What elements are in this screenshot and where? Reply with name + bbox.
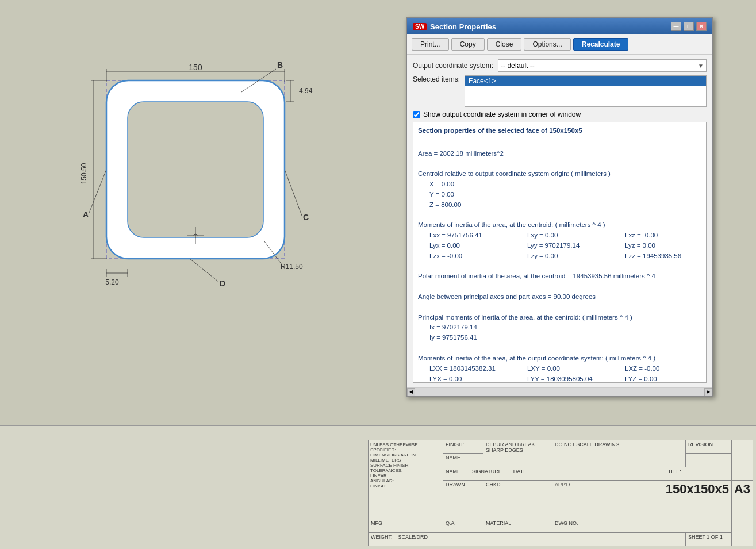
output-moments-heading: Moments of inertia of the area, at the o…	[418, 354, 701, 364]
svg-text:4.94: 4.94	[299, 87, 313, 95]
lyy: Lyy = 9702179.14	[527, 241, 619, 251]
horizontal-scrollbar[interactable]: ◀ ▶	[407, 387, 712, 396]
chkd-cell: CHKD	[483, 481, 552, 519]
lyx: Lyx = 0.00	[429, 241, 521, 251]
material-cell: MATERIAL:	[483, 519, 552, 532]
selected-items-box[interactable]: Face<1>	[465, 75, 707, 107]
qa-cell: Q.A	[443, 519, 483, 532]
dropdown-arrow-icon: ▼	[698, 63, 704, 69]
options-button[interactable]: Options...	[524, 38, 570, 51]
svg-line-27	[190, 259, 218, 282]
section-heading: Section properties of the selected face …	[418, 126, 701, 136]
qa: Q.A	[446, 520, 481, 526]
selected-items-row: Selected items: Face<1>	[413, 75, 707, 107]
appvd: APP'D	[555, 482, 661, 487]
output-moments-rows: LXX = 1803145382.31 LXY = 0.00 LXZ = -0.…	[429, 364, 701, 383]
coordinate-dropdown[interactable]: -- default -- ▼	[498, 59, 707, 72]
polar-moment: Polar moment of inertia of the area, at …	[418, 271, 701, 282]
dialog-title: Section Properties	[430, 22, 496, 31]
lxz-out: LXZ = -0.00	[625, 364, 707, 374]
debur-cell: DEBUR AND BREAK SHARP EDGES	[483, 440, 552, 467]
dialog-body: Output coordinate system: -- default -- …	[407, 55, 712, 387]
lyz: Lyz = 0.00	[625, 241, 707, 251]
sig-header: SIGNATURE	[472, 469, 502, 474]
centroid-heading: Centroid relative to output coordinate s…	[418, 169, 701, 179]
title-table: UNLESS OTHERWISE SPECIFIED: DIMENSIONS A…	[368, 440, 753, 546]
signature-header-cell: NAME SIGNATURE DATE	[443, 467, 663, 480]
finish-cell: FINISH:	[443, 440, 483, 454]
show-coordinate-label: Show output coordinate system in corner …	[423, 110, 581, 118]
surface-finish: SURFACE FINISH:	[370, 463, 441, 468]
close-button[interactable]: ✕	[696, 22, 707, 31]
svg-text:150.50: 150.50	[80, 163, 88, 184]
chkd: CHKD	[486, 482, 550, 487]
show-coordinate-row: Show output coordinate system in corner …	[413, 110, 707, 118]
svg-text:C: C	[303, 213, 309, 222]
rev-empty	[685, 454, 731, 467]
iy: Iy = 9751756.41	[429, 333, 701, 343]
moments-heading: Moments of inertia of the area, at the c…	[418, 220, 701, 231]
close-dialog-button[interactable]: Close	[487, 38, 522, 51]
sw-icon: SW	[413, 23, 427, 30]
dimensions-note: DIMENSIONS ARE IN MILLIMETERS	[370, 452, 441, 463]
lzy: Lzy = 0.00	[527, 251, 619, 262]
svg-rect-2	[128, 102, 263, 237]
scroll-track[interactable]	[415, 388, 704, 396]
weight-scale-cell: WEIGHT: SCALE/DRD	[369, 532, 552, 546]
centroid-x: X = 0.00	[429, 179, 701, 190]
sheet-label: SHEET 1 OF 1	[688, 534, 729, 540]
selected-items-label: Selected items:	[413, 75, 460, 83]
principal-heading: Principal moments of inertia of the area…	[418, 313, 701, 323]
centroid-z: Z = 800.00	[429, 200, 701, 210]
svg-text:R11.50: R11.50	[281, 263, 303, 271]
area-value: Area = 2802.18 millimeters^2	[418, 149, 701, 159]
drawn: DRAWN	[446, 482, 481, 487]
show-coordinate-checkbox[interactable]	[413, 111, 420, 118]
svg-line-21	[89, 170, 106, 213]
empty-cell	[731, 467, 753, 480]
svg-text:5.20: 5.20	[105, 278, 119, 286]
centroid-y: Y = 0.00	[429, 190, 701, 200]
appvd-cell: APP'D	[552, 481, 663, 519]
mfg-cell: MFG	[369, 519, 443, 532]
maximize-button[interactable]: □	[684, 22, 694, 31]
coordinate-value: -- default --	[501, 62, 535, 70]
scroll-right-button[interactable]: ▶	[704, 388, 712, 396]
coordinate-label: Output coordinate system:	[413, 62, 493, 70]
dialog-titlebar: SW Section Properties — □ ✕	[407, 18, 712, 34]
scroll-left-button[interactable]: ◀	[407, 388, 415, 396]
recalculate-button[interactable]: Recalculate	[573, 38, 629, 51]
dwg-title-cell: 150x150x5	[663, 481, 731, 532]
title-label: TITLE:	[666, 469, 729, 474]
dialog-toolbar: Print... Copy Close Options... Recalcula…	[407, 34, 712, 55]
title-cell: TITLE:	[663, 467, 731, 480]
cad-drawing-area: 150 150.50 4.94 5.20 R11.50 A B C D	[0, 0, 356, 408]
lxz: Lxz = -0.00	[625, 231, 707, 241]
unless-specified: UNLESS OTHERWISE SPECIFIED:	[370, 442, 441, 452]
svg-text:B: B	[277, 60, 283, 70]
lyx-out: LYX = 0.00	[429, 374, 521, 383]
svg-text:A: A	[83, 210, 89, 219]
mfg: MFG	[371, 520, 440, 526]
finish-label: FINISH:	[446, 441, 481, 447]
sheet-size: A3	[734, 482, 750, 497]
finish: FINISH:	[370, 483, 441, 489]
titlebar-controls: — □ ✕	[671, 22, 707, 31]
copy-button[interactable]: Copy	[451, 38, 485, 51]
sheet-size-cell: A3	[731, 481, 753, 519]
lxx: Lxx = 9751756.41	[429, 231, 521, 241]
results-area: Section properties of the selected face …	[413, 122, 707, 383]
minimize-button[interactable]: —	[671, 22, 681, 31]
name-header: NAME	[443, 454, 483, 467]
material-label: MATERIAL:	[486, 520, 550, 526]
scale-label: SCALE/DRD	[398, 534, 428, 540]
do-not-scale-cell: DO NOT SCALE DRAWING	[552, 440, 686, 467]
ix: Ix = 9702179.14	[429, 323, 701, 333]
svg-line-25	[285, 170, 302, 216]
revision: REVISION	[688, 441, 729, 447]
selected-item: Face<1>	[465, 76, 706, 86]
lxx-out: LXX = 1803145382.31	[429, 364, 521, 374]
lxy: Lxy = 0.00	[527, 231, 619, 241]
print-button[interactable]: Print...	[412, 38, 449, 51]
do-not-scale: DO NOT SCALE DRAWING	[555, 441, 683, 447]
